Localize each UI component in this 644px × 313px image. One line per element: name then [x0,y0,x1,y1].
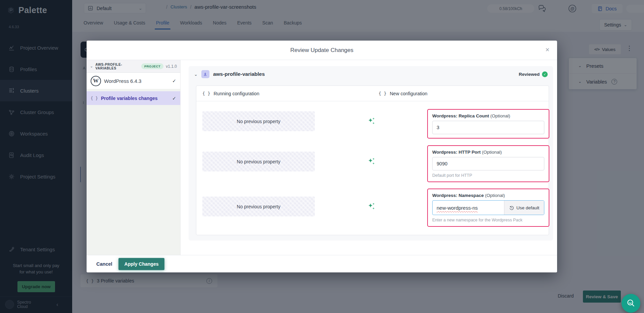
import-icon [201,70,209,78]
column-label: Running configuration [213,91,259,96]
wordpress-icon: W [91,76,101,86]
field-label: Wordpress: HTTP Port (Optional) [432,150,544,155]
profile-version: v1.1.0 [166,64,177,69]
no-previous-property-box: No previous property [202,111,315,131]
field-replica-count: Wordpress: Replica Count (Optional) [427,109,549,139]
chevron-down-icon: ⌄ [90,64,93,68]
http-port-input[interactable] [432,157,544,170]
modal-profile-panel: ⌄ AWS-PROFILE-VARIABLES PROJECT v1.1.0 W… [87,60,181,255]
modal-title: Review Update Changes [290,47,353,54]
configuration-diff-card: { } Running configuration { } New config… [196,86,549,235]
magnifier-smile-icon [626,298,636,308]
braces-icon: { } [202,91,210,96]
pack-name: WordPress 6.4.3 [104,78,141,84]
braces-icon: { } [91,96,98,101]
project-scope-badge: PROJECT [141,63,163,69]
section-title: aws-profile-variables [213,71,265,77]
field-hint: Enter a new namespace for the Wordpress … [432,218,544,222]
changes-section: ⌄ aws-profile-variables Reviewed ✓ { } R… [189,66,553,241]
check-icon: ✓ [172,96,176,101]
column-label: New configuration [390,91,427,96]
check-circle-icon: ✓ [542,71,548,77]
braces-icon: { } [379,91,386,96]
pack-item-profile-variables[interactable]: { } Profile variables changes ✓ [87,91,180,105]
use-default-label: Use default [516,205,539,210]
support-chat-fab[interactable] [622,294,640,313]
field-label: Wordpress: Namespace (Optional) [432,193,544,198]
new-configuration-header: { } New configuration [373,86,549,101]
new-value-sparkle-icon [367,157,376,166]
field-label: Wordpress: Replica Count (Optional) [432,113,544,118]
modal-header: Review Update Changes ✕ [87,41,557,60]
reviewed-badge: Reviewed ✓ [519,71,548,77]
chevron-down-icon[interactable]: ⌄ [194,72,198,77]
check-icon: ✓ [172,78,176,84]
new-value-sparkle-icon [367,116,376,126]
field-hint: Default port for HTTP [432,173,544,178]
no-previous-property-box: No previous property [202,152,315,171]
optional-tag: (Optional) [490,113,510,118]
diff-column-headers: { } Running configuration { } New config… [196,86,549,101]
reviewed-label: Reviewed [519,72,540,77]
cancel-button[interactable]: Cancel [96,261,112,267]
replica-count-input[interactable] [432,121,544,134]
restore-icon [509,205,514,210]
optional-tag: (Optional) [482,150,502,155]
review-update-changes-modal: Review Update Changes ✕ ⌄ AWS-PROFILE-VA… [87,41,557,272]
optional-tag: (Optional) [485,193,505,198]
running-configuration-header: { } Running configuration [196,86,373,101]
field-namespace: Wordpress: Namespace (Optional) new-word… [427,189,549,227]
field-http-port: Wordpress: HTTP Port (Optional) Default … [427,145,549,182]
new-value-sparkle-icon [367,202,376,211]
close-icon[interactable]: ✕ [545,47,550,53]
profile-name: AWS-PROFILE-VARIABLES [95,63,139,70]
pack-name: Profile variables changes [101,96,158,101]
use-default-button[interactable]: Use default [504,201,544,215]
pack-item-wordpress[interactable]: W WordPress 6.4.3 ✓ [87,73,180,89]
apply-changes-button[interactable]: Apply Changes [118,258,165,270]
no-previous-property-box: No previous property [202,197,315,216]
screen: Palette 4.6.33 Project Overview Profiles [0,0,644,313]
modal-footer: Cancel Apply Changes [87,255,557,272]
namespace-input-group: new-wordpress-ns Use default [432,200,544,215]
namespace-input[interactable]: new-wordpress-ns [433,201,504,215]
profile-header-row[interactable]: ⌄ AWS-PROFILE-VARIABLES PROJECT v1.1.0 [87,60,180,73]
section-header: ⌄ aws-profile-variables Reviewed ✓ [189,66,553,82]
